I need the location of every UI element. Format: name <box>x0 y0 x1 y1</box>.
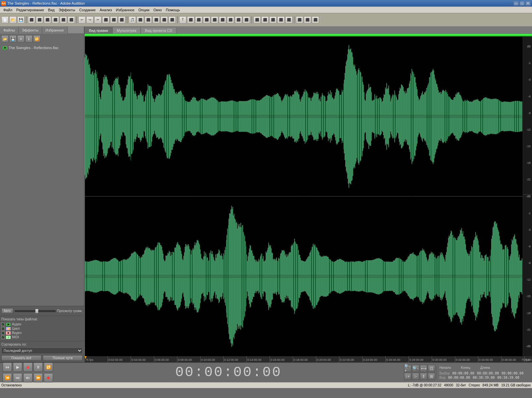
tab-multitrack[interactable]: Мультитрек <box>112 27 141 33</box>
toolbar-btn-11[interactable]: 🎵 <box>129 16 136 24</box>
toolbar-btn-32[interactable]: ⬛ <box>304 16 311 24</box>
file-item[interactable]: ▶ The Swingles - Reflections.flac <box>1 45 83 50</box>
toolbar-btn-21[interactable]: ⬛ <box>211 16 218 24</box>
time-display: 00:00:00:00 <box>54 365 403 380</box>
db-label-3: -3 <box>523 78 532 81</box>
stop-button stop-btn[interactable]: ■ <box>23 363 33 372</box>
toolbar-btn-27[interactable]: ⬛ <box>261 16 269 24</box>
toolbar-btn-25[interactable]: ⬛ <box>243 16 250 24</box>
tab-effects[interactable]: Эффекты <box>19 27 42 34</box>
toolbar-sep-3 <box>127 16 127 24</box>
toolbar-btn-24[interactable]: ⬛ <box>235 16 242 24</box>
volume-slider[interactable] <box>15 310 56 312</box>
toolbar-btn-8[interactable]: ⬛ <box>102 16 109 24</box>
auto-button[interactable]: Авто <box>1 308 13 314</box>
toolbar-btn-3[interactable]: ⬛ <box>44 16 51 24</box>
menu-options[interactable]: Опции <box>136 7 151 13</box>
zoom-out-h-button[interactable]: 🔍- <box>412 365 419 372</box>
sort-select[interactable]: Последний доступ <box>1 348 83 354</box>
toolbar-btn-15[interactable]: ⬛ <box>161 16 168 24</box>
file-save-btn[interactable]: 💾 <box>9 35 17 42</box>
zoom-row-2: ↕+ ↕- ⇕ ⊞ <box>404 373 435 380</box>
toolbar-btn-5[interactable]: ⬛ <box>60 16 67 24</box>
toolbar-btn-1[interactable]: ⬛ <box>28 16 35 24</box>
zoom-all-v-button[interactable]: ⇕ <box>420 373 427 380</box>
prev-button[interactable]: ⏪ <box>3 373 12 382</box>
type-audio-checkbox[interactable]: ✓ <box>1 323 5 326</box>
toolbar-btn-9[interactable]: ⬛ <box>110 16 117 24</box>
menu-file[interactable]: Файл <box>1 7 14 13</box>
menu-effects[interactable]: Эффекты <box>57 7 77 13</box>
toolbar-btn-7[interactable]: ✂ <box>94 16 101 24</box>
play-button[interactable]: ▶ <box>13 363 22 372</box>
zoom-sel-button[interactable]: ⊡ <box>428 365 435 372</box>
type-loop-checkbox[interactable]: ✓ <box>1 327 5 330</box>
toolbar-btn-33[interactable]: ⬛ <box>312 16 319 24</box>
toolbar-btn-29[interactable]: ⬛ <box>277 16 285 24</box>
waveform-wrapper[interactable] <box>85 36 523 356</box>
file-loop-btn[interactable]: 🔁 <box>33 35 40 42</box>
type-video-checkbox[interactable]: ✓ <box>1 331 5 335</box>
loop-button[interactable]: 🔁 <box>44 363 53 372</box>
toolbar-btn-4[interactable]: ⬛ <box>52 16 59 24</box>
toolbar-btn-31[interactable]: ⬛ <box>296 16 303 24</box>
toolbar-btn-20[interactable]: ⬛ <box>203 16 210 24</box>
toolbar-btn-19[interactable]: ⬛ <box>195 16 202 24</box>
toolbar-btn-16[interactable]: ⬛ <box>168 16 176 24</box>
minimize-button[interactable]: ─ <box>513 1 519 6</box>
zoom-in-v-button[interactable]: ↕+ <box>404 373 411 380</box>
file-info-btn[interactable]: ℹ <box>25 35 33 42</box>
zoom-full-button[interactable]: ⊞ <box>428 373 435 380</box>
toolbar-open[interactable]: 📂 <box>9 16 17 24</box>
toolbar-btn-26[interactable]: ⬛ <box>253 16 261 24</box>
toolbar-btn-28[interactable]: ⬛ <box>269 16 277 24</box>
toolbar-btn-17[interactable]: T <box>179 16 186 24</box>
tab-edit-view[interactable]: Вид правки <box>85 27 112 33</box>
toolbar-btn-30[interactable]: ⬛ <box>285 16 293 24</box>
type-midi-checkbox[interactable]: ✓ <box>1 336 5 339</box>
zoom-in-h-button[interactable]: 🔍+ <box>404 365 411 372</box>
selection-start: 00:00:00.00 <box>452 371 474 375</box>
pause-button[interactable]: ⏸ <box>33 363 43 372</box>
menu-window[interactable]: Окно <box>151 7 164 13</box>
tab-cd-project[interactable]: Вид проекта CD <box>141 27 176 33</box>
zoom-all-h-button[interactable]: ⟷ <box>420 365 427 372</box>
move-to-start-button[interactable]: ⏮ <box>3 363 12 372</box>
menu-edit[interactable]: Редактирование <box>14 7 46 13</box>
menu-create[interactable]: Создание <box>77 7 98 13</box>
toolbar-btn-13[interactable]: ⬛ <box>145 16 152 24</box>
fast-forward-button[interactable]: ⏭ <box>23 373 33 382</box>
close-button[interactable]: ✕ <box>525 1 531 6</box>
menu-favorites[interactable]: Избранное <box>114 7 137 13</box>
menu-analyze[interactable]: Анализ <box>98 7 114 13</box>
menu-help[interactable]: Помощь <box>164 7 182 13</box>
show-all-button[interactable]: Показать всё <box>1 355 41 361</box>
toolbar-save[interactable]: 💾 <box>17 16 25 24</box>
toolbar-btn-12[interactable]: ⬛ <box>137 16 144 24</box>
rewind-button[interactable]: ⏮ <box>13 373 22 382</box>
toolbar-btn-18[interactable]: ⬛ <box>187 16 194 24</box>
toolbar-new[interactable]: 📄 <box>1 16 9 24</box>
toolbar-btn-10[interactable]: ⬛ <box>118 16 125 24</box>
file-close-btn[interactable]: ✕ <box>17 35 25 42</box>
db-label-b21: -21 <box>523 328 532 331</box>
waveform-container[interactable]: dB -1 -3 -6 -9 -12 -15 -18 -21 -dB -1 -3… <box>85 36 532 356</box>
zoom-out-v-button[interactable]: ↕- <box>412 373 419 380</box>
toolbar-undo[interactable]: ↩ <box>78 16 86 24</box>
waveform-canvas[interactable] <box>85 36 523 356</box>
toolbar-redo[interactable]: ↪ <box>86 16 94 24</box>
toolbar-btn-2[interactable]: ⬛ <box>36 16 43 24</box>
window-controls[interactable]: ─ □ ✕ <box>513 1 531 6</box>
full-paths-button[interactable]: Полные пути <box>43 355 83 361</box>
toolbar-btn-23[interactable]: ⬛ <box>227 16 234 24</box>
record-button[interactable]: ⏺ <box>44 373 53 382</box>
toolbar-btn-6[interactable]: ⬛ <box>68 16 75 24</box>
maximize-button[interactable]: □ <box>519 1 525 6</box>
file-open-btn[interactable]: 📂 <box>1 35 9 42</box>
next-button[interactable]: ⏩ <box>33 373 43 382</box>
tab-files[interactable]: Файлы <box>0 27 19 34</box>
toolbar-btn-22[interactable]: ⬛ <box>219 16 226 24</box>
menu-view[interactable]: Вид <box>46 7 57 13</box>
tab-favorites[interactable]: Избранное <box>42 27 68 34</box>
toolbar-btn-14[interactable]: ⬛ <box>153 16 160 24</box>
